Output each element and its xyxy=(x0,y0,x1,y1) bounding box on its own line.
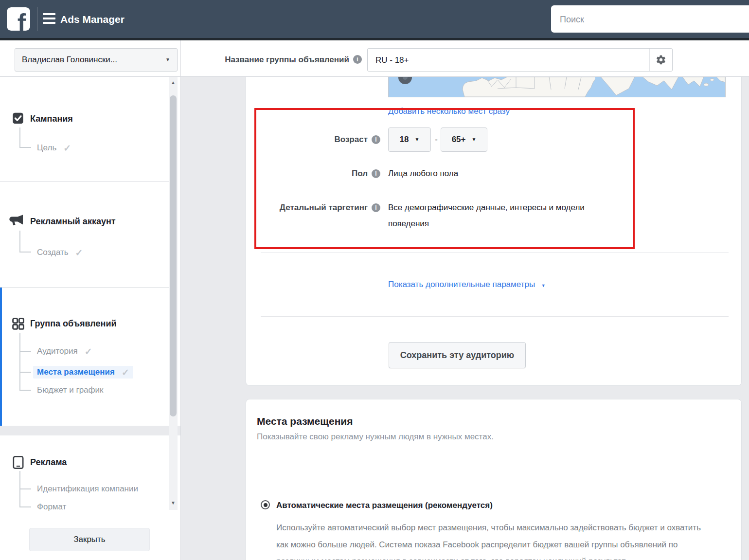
sidebar-section-ad-account[interactable]: Рекламный аккаунт xyxy=(30,215,116,228)
check-icon: ✓ xyxy=(75,247,83,258)
info-icon[interactable]: i xyxy=(372,135,380,144)
age-label-row: Возраст i xyxy=(253,133,380,146)
sidebar-section-adset[interactable]: Группа объявлений xyxy=(30,317,117,330)
tree-connector xyxy=(19,506,31,507)
gender-label: Пол xyxy=(352,169,368,179)
sidebar-item-audience[interactable]: Аудитория ✓ xyxy=(37,345,92,358)
topbar-divider xyxy=(37,7,37,31)
info-icon[interactable]: i xyxy=(353,55,362,64)
tree-connector xyxy=(19,252,31,253)
age-label: Возраст xyxy=(334,135,368,145)
sidebar-divider xyxy=(0,287,169,288)
adset-name-field xyxy=(367,48,673,72)
placements-subtitle: Показывайте свою рекламу нужным людям в … xyxy=(257,431,494,443)
chevron-down-icon: ▼ xyxy=(165,57,170,62)
megaphone-icon xyxy=(9,213,25,230)
check-icon: ✓ xyxy=(85,346,92,357)
tree-connector xyxy=(19,231,20,253)
world-map-image xyxy=(389,77,725,97)
chevron-down-icon: ▼ xyxy=(415,137,420,142)
sidebar-item-identity[interactable]: Идентификация компании xyxy=(37,483,138,495)
automatic-placements-description: Используйте автоматический выбор мест ра… xyxy=(276,520,714,560)
sidebar-right-border xyxy=(180,40,181,560)
gender-value: Лица любого пола xyxy=(388,167,458,180)
facebook-logo[interactable]: f xyxy=(7,7,30,31)
active-section-indicator xyxy=(0,288,2,426)
sidebar-item-placements[interactable]: Места размещения ✓ xyxy=(33,366,133,379)
adset-grid-icon xyxy=(11,317,28,333)
gender-label-row: Пол i xyxy=(253,167,380,180)
sidebar-scrollbar-thumb[interactable] xyxy=(170,95,177,416)
campaign-icon xyxy=(11,111,27,127)
age-max-dropdown[interactable]: 65+ ▼ xyxy=(441,127,487,152)
chevron-down-icon: ▼ xyxy=(471,137,476,142)
add-multiple-locations-link[interactable]: Добавить несколько мест сразу xyxy=(388,105,510,118)
tree-connector xyxy=(19,488,31,489)
sidebar-item-create[interactable]: Создать ✓ xyxy=(37,246,83,259)
section-divider xyxy=(261,316,729,317)
close-button[interactable]: Закрыть xyxy=(29,528,150,551)
detailed-targeting-label: Детальный таргетинг xyxy=(280,203,368,213)
adset-name-label: Название группы объявлений xyxy=(203,54,349,66)
ad-device-icon xyxy=(11,455,28,472)
account-selector-dropdown[interactable]: Владислав Головински... ▼ xyxy=(15,48,178,72)
scroll-up-arrow-icon[interactable]: ▲ xyxy=(169,79,178,87)
sidebar-item-budget[interactable]: Бюджет и график xyxy=(37,384,103,397)
tree-connector xyxy=(19,390,31,391)
gear-button[interactable] xyxy=(649,49,672,71)
sidebar-section-ad[interactable]: Реклама xyxy=(30,455,67,469)
chevron-down-icon: ▼ xyxy=(541,283,546,288)
adset-name-input[interactable] xyxy=(374,49,646,72)
hamburger-menu-icon[interactable] xyxy=(43,13,55,25)
global-search xyxy=(551,5,749,33)
detailed-targeting-label-row: Детальный таргетинг i xyxy=(253,201,380,214)
sidebar-item-goal[interactable]: Цель ✓ xyxy=(37,142,71,154)
search-input[interactable] xyxy=(559,5,746,34)
placements-title: Места размещения xyxy=(257,415,353,428)
app-title: Ads Manager xyxy=(60,13,125,26)
tree-connector xyxy=(19,351,31,352)
gear-icon xyxy=(656,54,666,65)
tree-connector xyxy=(19,372,31,373)
automatic-placements-label[interactable]: Автоматические места размещения (рекомен… xyxy=(276,499,493,512)
tree-connector xyxy=(19,127,20,148)
check-icon: ✓ xyxy=(63,143,71,154)
scroll-down-arrow-icon[interactable]: ▼ xyxy=(169,499,178,507)
section-divider xyxy=(261,252,729,253)
age-range-separator: - xyxy=(432,133,441,146)
age-min-dropdown[interactable]: 18 ▼ xyxy=(388,127,431,152)
detailed-targeting-value: Все демографические данные, интересы и м… xyxy=(388,199,609,232)
check-icon: ✓ xyxy=(122,367,129,378)
info-icon[interactable]: i xyxy=(372,203,380,212)
tree-connector xyxy=(19,147,31,148)
save-audience-button[interactable]: Сохранить эту аудиторию xyxy=(389,342,526,368)
show-more-options-link[interactable]: Показать дополнительные параметры ▼ xyxy=(388,278,546,291)
location-map[interactable] xyxy=(388,77,726,97)
sidebar-item-format[interactable]: Формат xyxy=(37,501,66,513)
facebook-f-icon: f xyxy=(18,8,26,31)
info-icon[interactable]: i xyxy=(372,169,380,178)
account-name: Владислав Головински... xyxy=(22,55,165,65)
automatic-placements-radio[interactable] xyxy=(261,500,270,509)
sidebar-divider xyxy=(0,181,169,182)
tree-connector xyxy=(19,333,20,390)
ads-manager-window: f Ads Manager Владислав Головински... ▼ … xyxy=(0,0,749,560)
sidebar-section-campaign[interactable]: Кампания xyxy=(30,112,73,126)
